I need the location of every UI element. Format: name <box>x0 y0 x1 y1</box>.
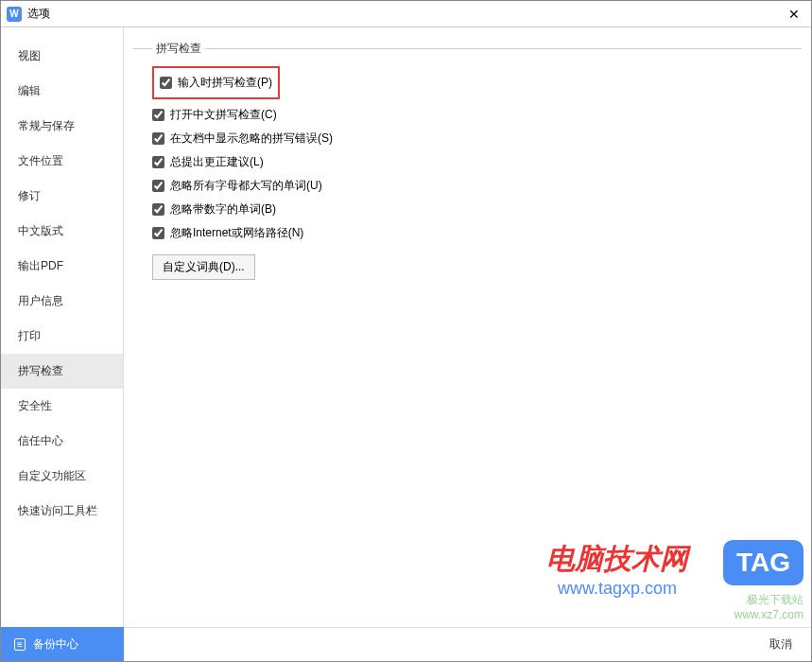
option-ignore-uppercase[interactable]: 忽略所有字母都大写的单词(U) <box>152 174 796 198</box>
option-label: 在文档中显示忽略的拼写错误(S) <box>170 131 333 147</box>
sidebar-item-user-info[interactable]: 用户信息 <box>1 284 123 319</box>
sidebar-item-revision[interactable]: 修订 <box>1 179 123 214</box>
content-panel: 拼写检查 输入时拼写检查(P) 打开中文拼写检查(C) 在文档中显示忽略的拼写错… <box>124 27 811 627</box>
checkbox-show-ignored[interactable] <box>152 132 164 145</box>
custom-dictionary-button[interactable]: 自定义词典(D)... <box>152 254 255 280</box>
highlighted-option: 输入时拼写检查(P) <box>152 66 280 99</box>
backup-label: 备份中心 <box>33 636 78 653</box>
option-chinese-spellcheck[interactable]: 打开中文拼写检查(C) <box>152 103 796 127</box>
sidebar-item-spellcheck[interactable]: 拼写检查 <box>1 354 123 389</box>
sidebar-item-view[interactable]: 视图 <box>1 39 123 74</box>
option-label: 输入时拼写检查(P) <box>178 75 272 91</box>
option-ignore-internet[interactable]: 忽略Internet或网络路径(N) <box>152 221 796 245</box>
sidebar: 视图 编辑 常规与保存 文件位置 修订 中文版式 输出PDF 用户信息 打印 拼… <box>1 27 124 627</box>
checkbox-ignore-uppercase[interactable] <box>152 180 164 192</box>
tag-badge: TAG <box>723 540 803 585</box>
backup-icon: ≡ <box>14 638 26 651</box>
window-title: 选项 <box>27 6 783 22</box>
sidebar-item-custom-ribbon[interactable]: 自定义功能区 <box>1 459 123 494</box>
checkbox-chinese-spellcheck[interactable] <box>152 109 164 121</box>
watermark-url: www.xz7.com <box>734 608 803 621</box>
app-icon: W <box>7 7 22 22</box>
option-label: 总提出更正建议(L) <box>170 154 264 170</box>
watermark-xz7: 极光下载站 www.xz7.com <box>734 592 803 621</box>
option-label: 打开中文拼写检查(C) <box>170 107 277 123</box>
sidebar-item-trust-center[interactable]: 信任中心 <box>1 424 123 459</box>
checkbox-check-as-type[interactable] <box>160 77 172 89</box>
watermark-text: 极光下载站 <box>734 592 803 608</box>
sidebar-item-file-location[interactable]: 文件位置 <box>1 144 123 179</box>
checkbox-suggest-corrections[interactable] <box>152 156 164 168</box>
checkbox-ignore-internet[interactable] <box>152 227 164 239</box>
option-label: 忽略Internet或网络路径(N) <box>170 225 303 241</box>
option-label: 忽略所有字母都大写的单词(U) <box>170 178 322 194</box>
backup-center-button[interactable]: ≡ 备份中心 <box>1 627 124 661</box>
watermark-tagxp: 电脑技术网 www.tagxp.com <box>546 540 688 599</box>
main-area: 视图 编辑 常规与保存 文件位置 修订 中文版式 输出PDF 用户信息 打印 拼… <box>1 27 811 627</box>
option-check-as-type[interactable]: 输入时拼写检查(P) <box>160 71 272 95</box>
footer: 取消 <box>124 627 811 661</box>
sidebar-item-quick-access[interactable]: 快速访问工具栏 <box>1 494 123 529</box>
watermark-text: 电脑技术网 <box>546 540 688 579</box>
checkbox-ignore-numbers[interactable] <box>152 203 164 216</box>
spellcheck-fieldset: 拼写检查 输入时拼写检查(P) 打开中文拼写检查(C) 在文档中显示忽略的拼写错… <box>133 41 802 286</box>
sidebar-item-chinese-layout[interactable]: 中文版式 <box>1 214 123 249</box>
cancel-button[interactable]: 取消 <box>769 636 792 653</box>
option-label: 忽略带数字的单词(B) <box>170 201 276 218</box>
option-show-ignored[interactable]: 在文档中显示忽略的拼写错误(S) <box>152 127 796 150</box>
titlebar: W 选项 ✕ <box>1 1 811 27</box>
sidebar-item-output-pdf[interactable]: 输出PDF <box>1 249 123 284</box>
sidebar-item-general-save[interactable]: 常规与保存 <box>1 109 123 144</box>
fieldset-legend: 拼写检查 <box>152 41 205 57</box>
close-button[interactable]: ✕ <box>783 5 805 24</box>
sidebar-item-edit[interactable]: 编辑 <box>1 74 123 109</box>
sidebar-item-security[interactable]: 安全性 <box>1 389 123 424</box>
sidebar-item-print[interactable]: 打印 <box>1 319 123 354</box>
option-suggest-corrections[interactable]: 总提出更正建议(L) <box>152 150 796 174</box>
watermark-url: www.tagxp.com <box>546 579 688 599</box>
option-ignore-numbers[interactable]: 忽略带数字的单词(B) <box>152 198 796 221</box>
